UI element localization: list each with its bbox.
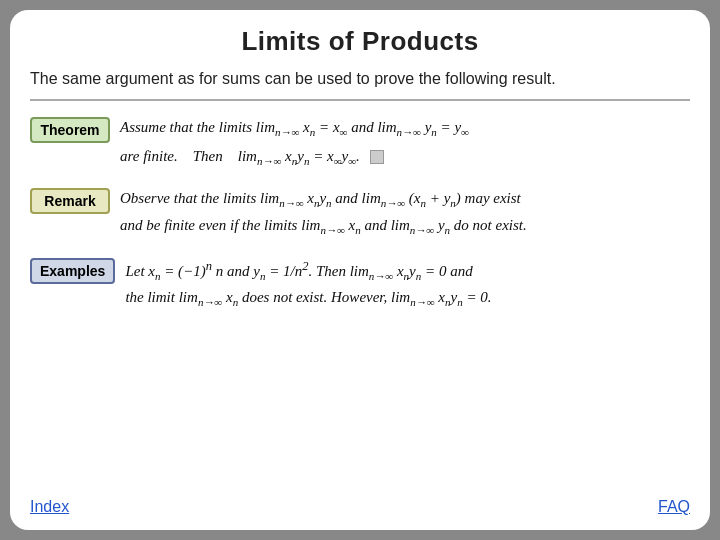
divider — [30, 99, 690, 101]
intro-text: The same argument as for sums can be use… — [30, 67, 690, 91]
page-title: Limits of Products — [30, 26, 690, 57]
examples-line2: the limit limn→∞ xn does not exist. Howe… — [125, 285, 690, 312]
theorem-line2: are finite. Then limn→∞ xnyn = x∞y∞. — [120, 144, 690, 171]
examples-content: Let xn = (−1)n n and yn = 1/n2. Then lim… — [125, 256, 690, 312]
theorem-line1: Assume that the limits limn→∞ xn = x∞ an… — [120, 115, 690, 142]
content-area: Theorem Assume that the limits limn→∞ xn… — [30, 115, 690, 482]
qed-square — [370, 150, 384, 164]
remark-line1: Observe that the limits limn→∞ xnyn and … — [120, 186, 690, 213]
examples-line1: Let xn = (−1)n n and yn = 1/n2. Then lim… — [125, 256, 690, 286]
index-link[interactable]: Index — [30, 498, 69, 516]
theorem-section: Theorem Assume that the limits limn→∞ xn… — [30, 115, 690, 170]
faq-link[interactable]: FAQ — [658, 498, 690, 516]
remark-content: Observe that the limits limn→∞ xnyn and … — [120, 186, 690, 239]
remark-section: Remark Observe that the limits limn→∞ xn… — [30, 186, 690, 239]
footer: Index FAQ — [30, 492, 690, 516]
main-card: Limits of Products The same argument as … — [10, 10, 710, 530]
remark-line2: and be finite even if the limits limn→∞ … — [120, 213, 690, 240]
remark-badge: Remark — [30, 188, 110, 214]
examples-section: Examples Let xn = (−1)n n and yn = 1/n2.… — [30, 256, 690, 312]
theorem-badge: Theorem — [30, 117, 110, 143]
examples-badge: Examples — [30, 258, 115, 284]
theorem-content: Assume that the limits limn→∞ xn = x∞ an… — [120, 115, 690, 170]
